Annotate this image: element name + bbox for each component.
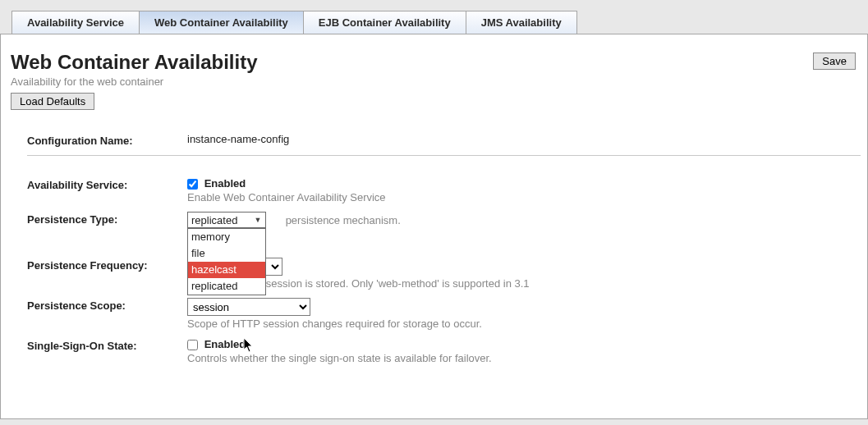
tab-ejb-container-availability[interactable]: EJB Container Availability [303, 11, 466, 34]
availability-service-checkbox-label: Enabled [204, 177, 246, 190]
divider [27, 155, 861, 156]
panel-header: Web Container Availability Availability … [11, 49, 861, 110]
tab-jms-availability[interactable]: JMS Availability [466, 11, 577, 34]
persistence-type-hint: persistence mechanism. [286, 214, 401, 226]
sso-state-checkbox[interactable] [187, 340, 198, 350]
tab-web-container-availability[interactable]: Web Container Availability [139, 11, 304, 34]
persistence-scope-select[interactable]: session [187, 298, 310, 316]
persistence-type-option-file[interactable]: file [188, 245, 265, 262]
availability-service-checkbox-wrap[interactable]: Enabled [187, 177, 246, 190]
persistence-type-selected-text: replicated [191, 214, 237, 226]
load-defaults-button[interactable]: Load Defaults [11, 93, 94, 110]
persistence-scope-label: Persistence Scope: [27, 298, 187, 312]
availability-service-label: Availability Service: [27, 177, 187, 191]
sso-state-checkbox-label: Enabled [204, 338, 246, 350]
persistence-scope-hint: Scope of HTTP session changes required f… [187, 318, 861, 330]
sso-state-checkbox-wrap[interactable]: Enabled [187, 338, 246, 350]
persistence-frequency-hint: which the HTTP session is stored. Only '… [187, 277, 861, 290]
persistence-type-option-replicated[interactable]: replicated [188, 278, 265, 295]
page-title: Web Container Availability [11, 51, 258, 74]
page-subtitle: Availability for the web container [11, 75, 258, 88]
sso-state-hint: Controls whether the single sign-on stat… [187, 352, 861, 364]
app-window: Availability Service Web Container Avail… [0, 0, 868, 425]
form: Configuration Name: instance-name-config… [11, 133, 861, 364]
tab-bar: Availability Service Web Container Avail… [0, 0, 868, 34]
persistence-type-option-hazelcast[interactable]: hazelcast [188, 262, 265, 278]
persistence-frequency-label: Persistence Frequency: [27, 258, 187, 272]
persistence-type-option-memory[interactable]: memory [188, 229, 265, 245]
chevron-down-icon: ▼ [252, 212, 264, 227]
persistence-type-selected[interactable]: replicated ▼ [187, 212, 266, 228]
persistence-type-dropdown[interactable]: memory file hazelcast replicated [187, 228, 266, 295]
persistence-type-label: Persistence Type: [27, 212, 187, 226]
persistence-type-select[interactable]: replicated ▼ memory file hazelcast repli… [187, 212, 266, 228]
tab-availability-service[interactable]: Availability Service [11, 11, 140, 34]
sso-state-label: Single-Sign-On State: [27, 338, 187, 352]
config-name-value: instance-name-config [187, 133, 861, 145]
config-name-label: Configuration Name: [27, 133, 187, 147]
availability-service-hint: Enable Web Container Availability Servic… [187, 191, 861, 203]
availability-service-checkbox[interactable] [187, 179, 198, 190]
save-button[interactable]: Save [813, 53, 856, 70]
content-panel: Web Container Availability Availability … [0, 34, 868, 419]
